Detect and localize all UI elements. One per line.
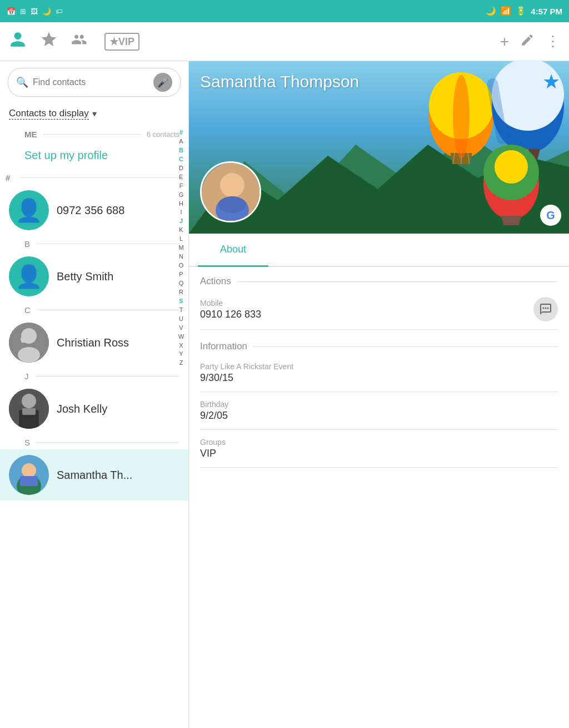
- svg-point-2: [18, 347, 40, 363]
- svg-point-30: [495, 150, 528, 184]
- alpha-r[interactable]: R: [174, 288, 188, 297]
- avatar-icon-betty: 👤: [15, 264, 43, 290]
- contact-name-betty: Betty Smith: [57, 270, 113, 283]
- alpha-v[interactable]: V: [174, 324, 188, 333]
- alpha-q[interactable]: Q: [174, 279, 188, 288]
- alpha-n[interactable]: N: [174, 252, 188, 261]
- birthday-field: Birthday 9/2/05: [200, 394, 558, 427]
- svg-point-11: [22, 463, 36, 478]
- search-bar[interactable]: 🔍 🎤: [8, 68, 181, 97]
- nav-vip-icon[interactable]: ★VIP: [104, 33, 139, 51]
- message-button[interactable]: [533, 297, 558, 321]
- alpha-d[interactable]: D: [174, 164, 188, 173]
- favorite-star-icon[interactable]: ★: [542, 70, 560, 93]
- alpha-h[interactable]: H: [174, 200, 188, 209]
- alpha-e[interactable]: E: [174, 173, 188, 182]
- alpha-k[interactable]: K: [174, 226, 188, 235]
- svg-point-36: [543, 308, 545, 309]
- contact-detail: Actions Mobile 0910 126 833: [189, 267, 569, 470]
- contact-avatar-josh: [9, 389, 49, 429]
- section-c: C: [0, 302, 188, 317]
- contact-name-phone: 0972 356 688: [57, 204, 124, 217]
- event-field: Party Like A Rickstar Event 9/30/15: [200, 356, 558, 389]
- nav-favorites-icon[interactable]: [40, 31, 58, 52]
- alpha-o[interactable]: O: [174, 261, 188, 270]
- add-contact-icon[interactable]: +: [500, 33, 509, 51]
- alpha-l[interactable]: L: [174, 235, 188, 244]
- contact-item-samantha[interactable]: Samantha Th...: [0, 449, 188, 501]
- contacts-filter[interactable]: Contacts to display ▾: [0, 103, 188, 126]
- moon-icon: 🌙: [42, 7, 51, 16]
- alpha-m[interactable]: M: [174, 244, 188, 252]
- divider-2: [200, 392, 558, 392]
- section-j: J: [0, 368, 188, 383]
- alpha-y[interactable]: Y: [174, 350, 188, 359]
- section-me-label: ME: [24, 130, 37, 139]
- section-b-label: B: [24, 239, 30, 249]
- groups-value: VIP: [200, 448, 558, 459]
- contact-avatar-phone: 👤: [9, 190, 49, 230]
- birthday-value: 9/2/05: [200, 410, 558, 422]
- more-options-icon[interactable]: ⋮: [546, 33, 560, 50]
- setup-profile-item[interactable]: Set up my profile: [0, 141, 188, 170]
- tag-icon: 🏷: [56, 7, 63, 16]
- contact-item-betty[interactable]: 👤 Betty Smith: [0, 251, 188, 302]
- alpha-g[interactable]: G: [174, 191, 188, 200]
- status-bar: 📅 ⊞ 🖼 🌙 🏷 🌙 📶 🔋 4:57 PM: [0, 0, 569, 22]
- vip-star: ★: [109, 36, 118, 47]
- section-information-label: Information: [200, 341, 247, 352]
- svg-rect-12: [20, 476, 38, 486]
- mic-icon[interactable]: 🎤: [153, 73, 172, 92]
- svg-point-33: [220, 173, 244, 197]
- alpha-c[interactable]: C: [174, 155, 188, 164]
- mobile-row: Mobile 0910 126 833: [200, 297, 558, 321]
- right-panel: Samantha Thompson ★ G About: [189, 61, 569, 728]
- contacts-filter-label: Contacts to display: [9, 108, 89, 120]
- nav-actions: + ⋮: [500, 33, 560, 51]
- svg-point-22: [453, 75, 470, 159]
- alpha-z[interactable]: Z: [174, 359, 188, 368]
- event-label: Party Like A Rickstar Event: [200, 362, 558, 371]
- alpha-f[interactable]: F: [174, 182, 188, 191]
- alpha-hash[interactable]: #: [174, 128, 188, 137]
- battery-icon: 🔋: [516, 6, 526, 16]
- search-icon: 🔍: [16, 76, 28, 88]
- section-information-header: Information: [200, 332, 558, 356]
- alpha-u[interactable]: U: [174, 315, 188, 324]
- setup-profile-text: Set up my profile: [24, 149, 108, 162]
- contact-avatar-samantha: [9, 455, 49, 495]
- section-b: B: [0, 236, 188, 251]
- nav-tabs: ★VIP: [9, 31, 139, 52]
- edit-icon[interactable]: [520, 33, 535, 51]
- alpha-x[interactable]: X: [174, 341, 188, 350]
- event-value: 9/30/15: [200, 372, 558, 384]
- search-input[interactable]: [33, 77, 153, 87]
- tab-about[interactable]: About: [198, 234, 268, 267]
- profile-photo: [200, 161, 261, 222]
- contact-item-phone[interactable]: 👤 0972 356 688: [0, 185, 188, 236]
- alpha-j[interactable]: J: [174, 217, 188, 226]
- alpha-a[interactable]: A: [174, 137, 188, 146]
- contact-avatar-betty: 👤: [9, 256, 49, 296]
- contact-item-christian[interactable]: Christian Ross: [0, 317, 188, 368]
- alpha-i[interactable]: I: [174, 208, 188, 217]
- alpha-b[interactable]: B: [174, 146, 188, 155]
- nav-contacts-icon[interactable]: [9, 31, 27, 52]
- section-actions-header: Actions: [200, 267, 558, 291]
- alpha-t[interactable]: T: [174, 306, 188, 315]
- time: 4:57 PM: [531, 7, 562, 16]
- status-icons: 📅 ⊞ 🖼 🌙 🏷: [7, 7, 63, 16]
- alpha-w[interactable]: W: [174, 333, 188, 341]
- google-icon: G: [546, 209, 555, 222]
- nav-groups-icon[interactable]: [71, 31, 91, 52]
- alpha-s[interactable]: S: [174, 297, 188, 306]
- section-actions-label: Actions: [200, 276, 231, 287]
- status-right: 🌙 📶 🔋 4:57 PM: [486, 6, 562, 16]
- contact-item-josh[interactable]: Josh Kelly: [0, 383, 188, 434]
- birthday-label: Birthday: [200, 400, 558, 409]
- alpha-p[interactable]: P: [174, 270, 188, 279]
- section-hash-label: #: [6, 173, 20, 182]
- calendar-icon: 📅: [7, 7, 16, 16]
- divider-1: [200, 329, 558, 330]
- mobile-value: 0910 126 833: [200, 309, 261, 320]
